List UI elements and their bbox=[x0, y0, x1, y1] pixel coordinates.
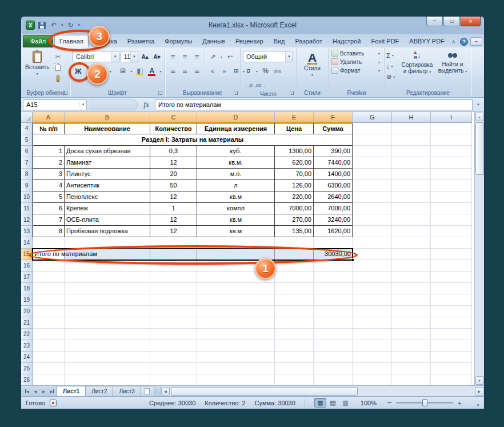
cell-A20[interactable] bbox=[33, 306, 65, 317]
cell-D25[interactable] bbox=[197, 363, 275, 374]
view-normal-button[interactable]: ▦ bbox=[314, 398, 326, 408]
cell-B17[interactable] bbox=[65, 272, 150, 283]
horizontal-scroll-thumb[interactable] bbox=[171, 387, 358, 396]
row-header-18[interactable]: 18 bbox=[21, 283, 33, 294]
cell-G13[interactable] bbox=[353, 226, 392, 237]
cell-G6[interactable] bbox=[353, 146, 392, 157]
cell-B4[interactable]: Наименование bbox=[65, 123, 150, 134]
tab-data[interactable]: Данные bbox=[197, 35, 230, 47]
clear-button[interactable]: ⊘▾ bbox=[386, 72, 399, 82]
zoom-level[interactable]: 100% bbox=[361, 400, 377, 406]
name-box-caret-icon[interactable]: ▾ bbox=[79, 102, 86, 107]
decrease-decimal-button[interactable]: ,00→ bbox=[255, 79, 266, 91]
font-color-button[interactable]: А bbox=[146, 65, 157, 77]
cell-F8[interactable]: 1400,00 bbox=[314, 169, 353, 180]
cell-F11[interactable]: 7000,00 bbox=[314, 203, 353, 214]
cell-E7[interactable]: 620,00 bbox=[275, 157, 314, 169]
row-header-25[interactable]: 25 bbox=[21, 363, 33, 374]
cell-E12[interactable]: 270,00 bbox=[275, 214, 314, 226]
cell-G24[interactable] bbox=[353, 352, 392, 363]
insert-function-button[interactable]: fx bbox=[139, 99, 153, 110]
tab-formulas[interactable]: Формулы bbox=[159, 35, 197, 47]
underline-caret-icon[interactable]: ▾ bbox=[109, 69, 113, 73]
cell-F4[interactable]: Сумма bbox=[314, 123, 353, 134]
scroll-left-icon[interactable]: ◀ bbox=[161, 387, 170, 396]
cell-F6[interactable]: 390,00 bbox=[314, 146, 353, 157]
number-format-select[interactable]: Общий▾ bbox=[243, 51, 293, 62]
dialog-launcher-icon[interactable] bbox=[63, 91, 68, 95]
row-header-21[interactable]: 21 bbox=[21, 317, 33, 329]
last-sheet-button[interactable]: ▶ bbox=[48, 386, 57, 396]
workbook-minimize-button[interactable]: ─ bbox=[470, 37, 482, 46]
vertical-scroll-thumb[interactable] bbox=[475, 122, 484, 175]
cell-D19[interactable] bbox=[197, 294, 275, 306]
cell-I19[interactable] bbox=[431, 294, 472, 306]
horizontal-scrollbar[interactable]: ◀ ▶ bbox=[160, 386, 484, 396]
align-middle-icon[interactable]: ≡ bbox=[179, 51, 190, 62]
view-page-layout-button[interactable]: ▤ bbox=[327, 398, 339, 408]
cell-C19[interactable] bbox=[150, 294, 197, 306]
grow-font-button[interactable]: А▴ bbox=[139, 51, 150, 62]
format-painter-icon[interactable] bbox=[52, 74, 63, 83]
cell-I21[interactable] bbox=[431, 317, 472, 329]
bold-button[interactable]: Ж bbox=[73, 65, 83, 77]
qat-customize-icon[interactable]: ▾ bbox=[78, 23, 81, 27]
align-left-icon[interactable]: ≡ bbox=[167, 65, 178, 77]
cell-G10[interactable] bbox=[353, 191, 392, 203]
cell-C18[interactable] bbox=[150, 283, 197, 294]
cell-D8[interactable]: м.п. bbox=[197, 169, 275, 180]
column-header-A[interactable]: A bbox=[33, 112, 65, 123]
cell-E22[interactable] bbox=[275, 329, 314, 340]
cell-E14[interactable] bbox=[275, 237, 314, 249]
cell-A17[interactable] bbox=[33, 272, 65, 283]
cell-G4[interactable] bbox=[353, 123, 392, 134]
first-sheet-button[interactable]: ◀ bbox=[22, 386, 31, 396]
undo-caret-icon[interactable]: ▾ bbox=[61, 23, 63, 27]
cell-E13[interactable]: 135,00 bbox=[275, 226, 314, 237]
cell-G15[interactable] bbox=[353, 249, 392, 260]
cell-B24[interactable] bbox=[65, 352, 150, 363]
column-header-H[interactable]: H bbox=[392, 112, 431, 123]
selected-range[interactable]: Итого по материалам30030,00 bbox=[33, 249, 353, 260]
cell-E6[interactable]: 1300,00 bbox=[275, 146, 314, 157]
tab-file[interactable]: Файл bbox=[23, 35, 53, 47]
cell-D24[interactable] bbox=[197, 352, 275, 363]
format-cells-button[interactable]: Формат ▾ bbox=[330, 67, 383, 74]
cell-C24[interactable] bbox=[150, 352, 197, 363]
column-header-G[interactable]: G bbox=[353, 112, 392, 123]
delete-cells-caret-icon[interactable]: ▾ bbox=[377, 60, 381, 64]
next-sheet-button[interactable]: ▶ bbox=[39, 386, 48, 396]
redo-button[interactable]: ↻ bbox=[66, 20, 76, 30]
cell-G25[interactable] bbox=[353, 363, 392, 374]
cell-C15[interactable] bbox=[150, 249, 197, 260]
cell-F25[interactable] bbox=[314, 363, 353, 374]
cell-A25[interactable] bbox=[33, 363, 65, 374]
zoom-in-button[interactable]: + bbox=[456, 400, 463, 406]
cell-A7[interactable]: 2 bbox=[33, 157, 65, 169]
sheet-tab-sheet1[interactable]: Лист1 bbox=[57, 386, 86, 396]
borders-button[interactable]: ⊞ bbox=[118, 65, 129, 77]
cell-C4[interactable]: Количество bbox=[150, 123, 197, 134]
cell-H11[interactable] bbox=[392, 203, 431, 214]
cell-B8[interactable]: Плинтус bbox=[65, 169, 150, 180]
cell-D13[interactable]: кв.м bbox=[197, 226, 275, 237]
cell-G23[interactable] bbox=[353, 340, 392, 352]
cell-B26[interactable] bbox=[65, 374, 150, 385]
select-all-corner[interactable] bbox=[21, 112, 33, 123]
cell-F18[interactable] bbox=[314, 283, 353, 294]
row-header-16[interactable]: 16 bbox=[21, 260, 33, 272]
cell-H4[interactable] bbox=[392, 123, 431, 134]
cell-H18[interactable] bbox=[392, 283, 431, 294]
accounting-caret-icon[interactable]: ▾ bbox=[255, 69, 259, 73]
cell-B14[interactable] bbox=[65, 237, 150, 249]
row-header-17[interactable]: 17 bbox=[21, 272, 33, 283]
cell-E24[interactable] bbox=[275, 352, 314, 363]
cell-F24[interactable] bbox=[314, 352, 353, 363]
cell-E23[interactable] bbox=[275, 340, 314, 352]
tab-layout[interactable]: Разметка bbox=[122, 35, 160, 47]
cut-icon[interactable]: ✂ bbox=[52, 52, 63, 61]
font-color-caret-icon[interactable]: ▾ bbox=[158, 69, 162, 73]
fill-button[interactable]: ↓▾ bbox=[386, 61, 399, 71]
scroll-up-icon[interactable]: ▴ bbox=[475, 113, 484, 121]
cell-F16[interactable] bbox=[314, 260, 353, 272]
